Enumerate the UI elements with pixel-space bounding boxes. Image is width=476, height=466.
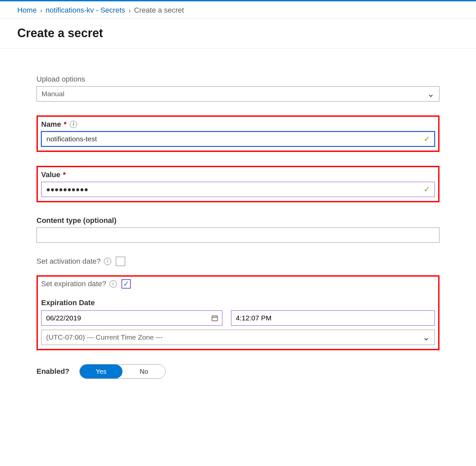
name-label: Name — [41, 120, 61, 129]
expiration-date-heading: Expiration Date — [41, 299, 435, 307]
expiration-date-input[interactable] — [41, 310, 222, 326]
breadcrumb: Home › notifications-kv - Secrets › Crea… — [0, 1, 476, 19]
enabled-toggle[interactable]: Yes No — [79, 364, 166, 379]
expiration-highlight-box: Set expiration date? i ✓ Expiration Date — [37, 275, 439, 350]
upload-options-select[interactable]: Manual ⌄ — [37, 86, 439, 101]
content-type-input[interactable] — [37, 228, 439, 243]
check-icon: ✓ — [424, 134, 430, 144]
enabled-label: Enabled? — [37, 367, 69, 376]
upload-options-value: Manual — [41, 90, 64, 98]
expiration-date-checkbox[interactable]: ✓ — [121, 279, 131, 289]
name-input[interactable] — [41, 131, 435, 147]
activation-date-row: Set activation date? i — [37, 257, 439, 266]
value-label: Value — [41, 170, 60, 179]
calendar-icon[interactable] — [211, 314, 218, 322]
enabled-yes-segment[interactable]: Yes — [80, 365, 122, 378]
upload-options-label: Upload options — [37, 75, 85, 84]
activation-date-checkbox[interactable] — [116, 257, 125, 266]
expiration-time-input[interactable] — [231, 310, 435, 326]
name-highlight-box: Name * i ✓ — [37, 115, 439, 152]
breadcrumb-kv-link[interactable]: notifications-kv - Secrets — [45, 6, 125, 15]
expiration-date-label: Set expiration date? — [41, 280, 106, 288]
activation-date-label: Set activation date? — [37, 257, 101, 266]
timezone-value: (UTC-07:00) --- Current Time Zone --- — [46, 333, 163, 341]
upload-options-field: Upload options Manual ⌄ — [37, 75, 439, 101]
check-icon: ✓ — [424, 185, 430, 194]
content-type-label: Content type (optional) — [37, 216, 117, 225]
chevron-down-icon: ⌄ — [423, 332, 430, 343]
page-title: Create a secret — [17, 26, 459, 40]
timezone-select[interactable]: (UTC-07:00) --- Current Time Zone --- ⌄ — [41, 330, 435, 345]
chevron-right-icon: › — [128, 7, 131, 14]
info-icon[interactable]: i — [110, 280, 117, 288]
check-icon: ✓ — [123, 280, 129, 288]
svg-rect-0 — [212, 316, 217, 321]
enabled-row: Enabled? Yes No — [37, 364, 439, 379]
title-bar: Create a secret — [0, 19, 476, 48]
chevron-down-icon: ⌄ — [427, 89, 435, 99]
value-highlight-box: Value * ✓ — [37, 166, 439, 202]
value-input[interactable] — [41, 182, 435, 197]
breadcrumb-home-link[interactable]: Home — [17, 6, 37, 15]
content-type-field: Content type (optional) — [37, 216, 439, 243]
chevron-right-icon: › — [40, 7, 42, 14]
info-icon[interactable]: i — [104, 258, 111, 265]
required-asterisk: * — [64, 120, 67, 129]
enabled-no-segment[interactable]: No — [122, 365, 165, 378]
breadcrumb-current: Create a secret — [134, 6, 184, 15]
required-asterisk: * — [63, 170, 66, 179]
info-icon[interactable]: i — [70, 121, 77, 128]
